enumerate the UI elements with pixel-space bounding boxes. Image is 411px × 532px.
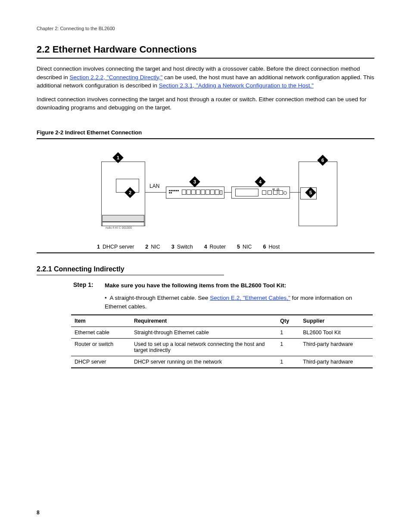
subsection-rule — [37, 275, 224, 275]
step-label: Step 1: — [73, 281, 93, 288]
para1-link-2[interactable]: Section 2.3.1, "Adding a Network Configu… — [159, 82, 314, 89]
figure-caption: Figure 2-2 Indirect Ethernet Connection — [37, 129, 374, 136]
cable-icon — [145, 192, 166, 193]
body-para-2: Indirect connection involves connecting … — [37, 95, 374, 112]
section-title: 2.2 Ethernet Hardware Connections — [37, 44, 374, 55]
requirements-table: Item Requirement Qty Supplier Ethernet c… — [71, 314, 373, 368]
legend-item: 3Switch — [171, 244, 193, 250]
subsection-title: 2.2.1 Connecting Indirectly — [37, 265, 374, 273]
figure-bottom-rule — [37, 252, 374, 253]
legend-item: 6Host — [263, 244, 280, 250]
th-qty: Qty — [277, 315, 299, 327]
th-item: Item — [71, 315, 131, 327]
switch-icon — [166, 187, 224, 199]
table-row: Router or switch Used to set up a local … — [71, 338, 373, 356]
chapter-header: Chapter 2: Connecting to the BL2600 — [37, 26, 374, 31]
server-base-icon — [102, 215, 144, 222]
lan-label: LAN — [149, 183, 159, 189]
cable-icon — [290, 192, 300, 193]
figure-legend: 1DHCP server 2NIC 3Switch 4Router 5NIC 6… — [97, 244, 374, 250]
cable-icon — [224, 192, 231, 193]
legend-item: 2NIC — [145, 244, 160, 250]
step-bullet: • A straight-through Ethernet cable. See… — [105, 294, 374, 311]
callout-3-icon: 3 — [189, 176, 200, 187]
step-block: Step 1: Make sure you have the following… — [37, 281, 374, 290]
bullet-text-a: A straight-through Ethernet cable. See — [109, 295, 210, 301]
table-row: Ethernet cable Straight-through Ethernet… — [71, 327, 373, 338]
server-base2-icon — [102, 222, 144, 226]
para1-link-1[interactable]: Section 2.2.2, "Connecting Directly," — [70, 74, 163, 81]
legend-item: 4Router — [204, 244, 226, 250]
step-lead: Make sure you have the following items f… — [105, 282, 286, 289]
body-para-1: Direct connection involves connecting th… — [37, 65, 374, 90]
th-supplier: Supplier — [299, 315, 373, 327]
legend-item: 5NIC — [237, 244, 252, 250]
page-number: 8 — [37, 510, 40, 516]
legend-item: 1DHCP server — [97, 244, 134, 250]
callout-4-icon: 4 — [255, 176, 265, 187]
bullet-link[interactable]: Section E.2, "Ethernet Cables," — [210, 295, 290, 301]
th-requirement: Requirement — [131, 315, 277, 327]
table-row: DHCP server DHCP server running on the n… — [71, 356, 373, 368]
server-foot-label: nullo fi KI C 001000 — [106, 226, 132, 229]
router-glyphs-icon: ⇄ ⏻ — [272, 188, 280, 191]
figure-diagram: nullo fi KI C 001000 ⇄ ⏻ LAN 1 2 3 4 5 6 — [97, 147, 338, 235]
router-icon: ⇄ ⏻ — [231, 187, 290, 199]
section-rule — [37, 58, 374, 59]
figure-top-rule — [37, 138, 374, 139]
